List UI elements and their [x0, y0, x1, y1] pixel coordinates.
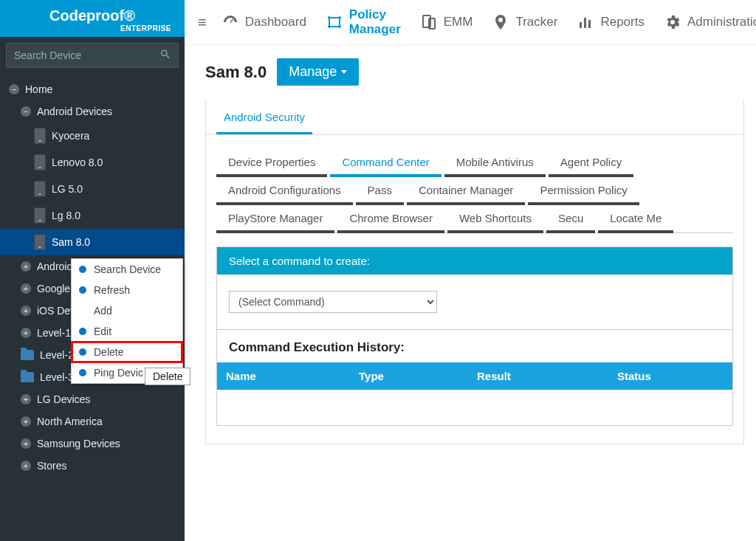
collapse-icon: −: [21, 106, 31, 117]
nav-administration[interactable]: Administration: [664, 13, 756, 31]
svg-rect-6: [580, 22, 582, 28]
subtab-container-manager[interactable]: Container Manager: [407, 176, 525, 205]
menu-toggle-icon[interactable]: ≡: [193, 11, 211, 34]
sub-tabs: Device Properties Command Center Mobile …: [206, 135, 743, 233]
tree-android-devices[interactable]: − Android Devices: [0, 100, 185, 123]
nav-reports[interactable]: Reports: [577, 13, 645, 31]
tree-node[interactable]: +LG Devices: [0, 388, 185, 410]
subtab-mobile-antivirus[interactable]: Mobile Antivirus: [444, 148, 546, 177]
policy-panel: Android Security Device Properties Comma…: [205, 100, 744, 444]
expand-icon: +: [21, 306, 31, 316]
context-menu: Search Device Refresh Add Edit Delete Pi…: [71, 258, 183, 384]
subtab-secu[interactable]: Secu: [546, 204, 595, 233]
policy-icon: [326, 13, 343, 31]
page-header: Sam 8.0 Manage: [205, 58, 744, 86]
tree-home[interactable]: − Home: [0, 78, 185, 100]
tree-device-item-selected[interactable]: Sam 8.0: [0, 229, 185, 255]
search-input[interactable]: [6, 43, 179, 68]
gear-icon: [664, 13, 681, 31]
command-select[interactable]: (Select Command): [229, 291, 437, 313]
subtab-chrome-browser[interactable]: Chrome Browser: [337, 204, 444, 233]
tree-node[interactable]: +Samsung Devices: [0, 433, 185, 455]
command-select-row: (Select Command): [217, 275, 732, 330]
svg-point-1: [338, 16, 341, 19]
page-title: Sam 8.0: [205, 63, 267, 82]
col-result: Result: [468, 362, 608, 390]
subtab-device-properties[interactable]: Device Properties: [216, 148, 327, 177]
device-icon: [34, 207, 46, 224]
super-tab-row: Android Security: [206, 100, 743, 135]
search-wrap: [0, 37, 185, 74]
ctx-delete[interactable]: Delete: [72, 342, 182, 362]
tree-device-item[interactable]: Kyocera: [0, 123, 185, 149]
history-header-row: Name Type Result Status: [217, 362, 732, 390]
subtab-web-shortcuts[interactable]: Web Shortcuts: [447, 204, 543, 233]
chevron-down-icon: [341, 70, 347, 74]
bullet-icon: [79, 328, 86, 335]
device-icon: [34, 181, 46, 197]
bullet-icon: [79, 307, 86, 314]
svg-point-3: [338, 25, 341, 28]
brand-header: Codeproof® ENTERPRISE: [0, 0, 185, 37]
tree-node[interactable]: +Stores: [0, 455, 185, 477]
search-icon[interactable]: [157, 46, 174, 66]
nav-emm[interactable]: EMM: [420, 13, 473, 31]
tree-device-item[interactable]: LG 5.0: [0, 176, 185, 202]
nav-policy-manager[interactable]: Policy Manager: [326, 7, 401, 37]
command-section-header: Select a command to create:: [217, 247, 732, 275]
nav-tracker[interactable]: Tracker: [492, 13, 557, 31]
svg-rect-8: [588, 20, 591, 28]
brand-title: Codeproof®: [6, 7, 179, 24]
expand-icon: +: [21, 261, 31, 272]
tracker-icon: [492, 13, 509, 31]
tree-device-item[interactable]: Lenovo 8.0: [0, 149, 185, 176]
col-name: Name: [217, 362, 350, 390]
top-nav: ≡ Dashboard Policy Manager EMM Tracker: [185, 0, 756, 45]
ctx-refresh[interactable]: Refresh: [72, 280, 182, 300]
brand-subtitle: ENTERPRISE: [6, 24, 179, 32]
tooltip: Delete: [145, 368, 190, 385]
manage-button[interactable]: Manage: [277, 58, 359, 86]
subtab-playstore-manager[interactable]: PlayStore Manager: [216, 204, 334, 233]
subtab-locate-me[interactable]: Locate Me: [598, 204, 673, 233]
folder-icon: [21, 350, 34, 360]
device-icon: [34, 234, 46, 250]
ctx-search-device[interactable]: Search Device: [72, 259, 182, 280]
folder-icon: [21, 372, 34, 382]
expand-icon: +: [21, 461, 31, 471]
col-type: Type: [350, 362, 468, 390]
bullet-icon: [79, 266, 86, 273]
ctx-add[interactable]: Add: [72, 300, 182, 321]
device-icon: [34, 128, 46, 144]
reports-icon: [577, 13, 594, 31]
ctx-edit[interactable]: Edit: [72, 321, 182, 342]
subtab-pass[interactable]: Pass: [356, 176, 404, 205]
tab-android-security[interactable]: Android Security: [216, 100, 312, 134]
history-empty-row: [217, 390, 732, 425]
col-status: Status: [608, 362, 732, 390]
subtab-permission-policy[interactable]: Permission Policy: [528, 176, 639, 205]
tree-node[interactable]: +North America: [0, 410, 185, 433]
command-section: Select a command to create: (Select Comm…: [216, 247, 733, 426]
expand-icon: +: [21, 394, 31, 404]
svg-rect-7: [584, 18, 586, 28]
nav-dashboard[interactable]: Dashboard: [221, 13, 306, 31]
content: Sam 8.0 Manage Android Security Device P…: [185, 45, 756, 458]
bullet-icon: [79, 286, 86, 294]
dashboard-icon: [221, 13, 239, 31]
svg-point-0: [328, 16, 331, 19]
expand-icon: +: [21, 416, 31, 427]
expand-icon: +: [21, 438, 31, 449]
expand-icon: +: [21, 328, 31, 338]
history-table: Name Type Result Status: [217, 362, 732, 425]
subtab-android-configurations[interactable]: Android Configurations: [216, 176, 353, 205]
collapse-icon: −: [9, 84, 19, 94]
subtab-agent-policy[interactable]: Agent Policy: [549, 148, 633, 177]
device-icon: [34, 154, 46, 170]
bullet-icon: [79, 369, 86, 376]
bullet-icon: [79, 348, 86, 356]
tree-device-item[interactable]: Lg 8.0: [0, 202, 185, 229]
history-title: Command Execution History:: [217, 330, 732, 362]
expand-icon: +: [21, 283, 31, 294]
subtab-command-center[interactable]: Command Center: [330, 148, 441, 177]
